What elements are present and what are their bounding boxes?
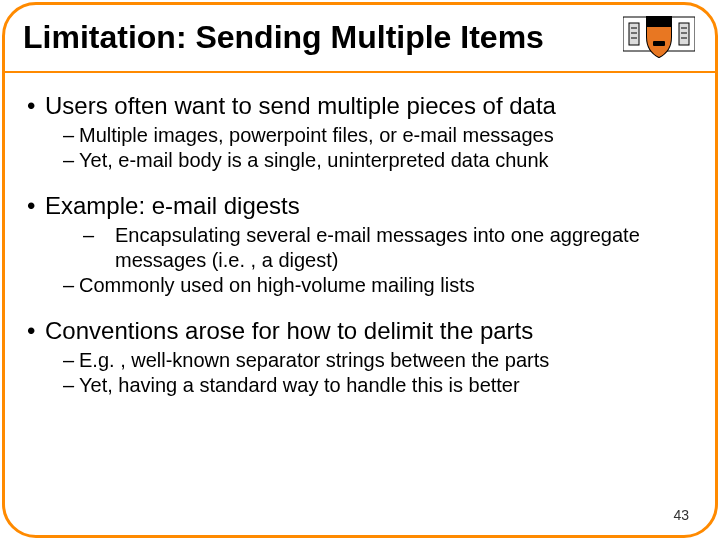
bullet-2: •Example: e-mail digests: [27, 191, 693, 221]
slide: Limitation: Sending Multiple Items: [0, 0, 720, 540]
sub-3-2: –Yet, having a standard way to handle th…: [63, 373, 693, 398]
title-divider: [5, 71, 715, 73]
bullet-3: •Conventions arose for how to delimit th…: [27, 316, 693, 346]
slide-frame: Limitation: Sending Multiple Items: [2, 2, 718, 538]
sub-3-1-text: E.g. , well-known separator strings betw…: [79, 349, 549, 371]
section-2: •Example: e-mail digests –Encapsulating …: [27, 191, 693, 298]
sub-1-2-text: Yet, e-mail body is a single, uninterpre…: [79, 149, 549, 171]
sub-2-2: –Commonly used on high-volume mailing li…: [63, 273, 693, 298]
svg-rect-3: [679, 23, 689, 45]
princeton-shield-icon: [623, 11, 695, 63]
bullet-1-text: Users often want to send multiple pieces…: [45, 92, 556, 119]
sub-3-2-text: Yet, having a standard way to handle thi…: [79, 374, 520, 396]
svg-rect-2: [629, 23, 639, 45]
sub-2-2-text: Commonly used on high-volume mailing lis…: [79, 274, 475, 296]
bullet-2-text: Example: e-mail digests: [45, 192, 300, 219]
sub-2-1: –Encapsulating several e-mail messages i…: [63, 223, 693, 273]
sub-3-1: –E.g. , well-known separator strings bet…: [63, 348, 693, 373]
sub-2-1-text: Encapsulating several e-mail messages in…: [115, 224, 640, 271]
sub-1-1: –Multiple images, powerpoint files, or e…: [63, 123, 693, 148]
bullet-3-text: Conventions arose for how to delimit the…: [45, 317, 533, 344]
slide-body: •Users often want to send multiple piece…: [27, 85, 693, 495]
section-3: •Conventions arose for how to delimit th…: [27, 316, 693, 398]
slide-title: Limitation: Sending Multiple Items: [23, 19, 697, 56]
section-1: •Users often want to send multiple piece…: [27, 91, 693, 173]
svg-rect-1: [653, 41, 665, 46]
sub-1-2: –Yet, e-mail body is a single, uninterpr…: [63, 148, 693, 173]
title-area: Limitation: Sending Multiple Items: [5, 17, 715, 70]
page-number: 43: [673, 507, 689, 523]
sub-1-1-text: Multiple images, powerpoint files, or e-…: [79, 124, 554, 146]
bullet-1: •Users often want to send multiple piece…: [27, 91, 693, 121]
